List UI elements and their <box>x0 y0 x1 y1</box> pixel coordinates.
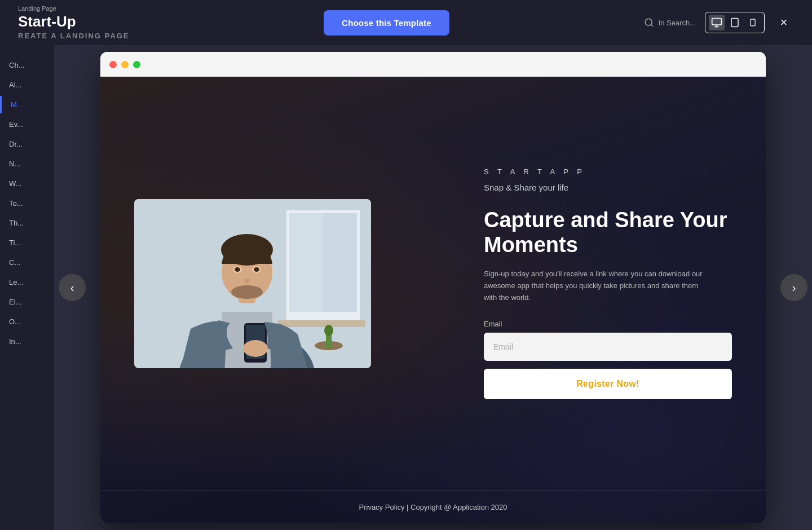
sidebar-item-o[interactable]: O... <box>0 313 54 330</box>
device-icons-group <box>705 12 765 33</box>
tablet-view-button[interactable] <box>727 15 743 30</box>
sidebar-item-dr[interactable]: Dr... <box>0 135 54 153</box>
svg-point-15 <box>324 325 333 336</box>
prev-template-button[interactable]: ‹ <box>59 274 86 301</box>
svg-point-0 <box>645 19 652 25</box>
top-bar-right: In Search... × <box>644 12 794 33</box>
sidebar-item-al[interactable]: Al... <box>0 76 54 94</box>
svg-rect-2 <box>712 19 722 25</box>
choose-template-button[interactable]: Choose this Template <box>324 10 449 36</box>
sidebar-item-ch[interactable]: Ch... <box>0 56 54 74</box>
footer-text: Privacy Policy | Copyright @ Application… <box>359 503 508 511</box>
sidebar-item-le[interactable]: Le... <box>0 273 54 291</box>
sidebar-item-el[interactable]: El... <box>0 293 54 311</box>
headline-line2: Moments <box>484 233 578 257</box>
sidebar-item-c[interactable]: C... <box>0 254 54 271</box>
svg-point-29 <box>243 340 268 357</box>
app-headline: Capture and Share Your Moments <box>484 208 732 257</box>
top-bar-title: Start-Up <box>18 13 129 30</box>
svg-rect-12 <box>278 320 365 327</box>
close-button[interactable]: × <box>774 12 794 33</box>
email-input[interactable] <box>484 333 732 361</box>
svg-point-24 <box>235 267 240 272</box>
mobile-view-button[interactable] <box>745 15 761 30</box>
app-tagline: Snap & Share your life <box>484 183 732 192</box>
email-label: Email <box>484 320 732 328</box>
sidebar-item-in[interactable]: In... <box>0 333 54 350</box>
top-bar-left: Landing Page Start-Up REATE A LANDING PA… <box>18 5 129 40</box>
sidebar-item-w[interactable]: W... <box>0 175 54 192</box>
svg-point-21 <box>231 285 263 299</box>
person-svg <box>134 199 371 368</box>
sidebar-item-m[interactable]: M... <box>0 96 54 113</box>
app-subtitle: S T A R T A P P <box>484 167 732 176</box>
landing-main-section: S T A R T A P P Snap & Share your life C… <box>100 77 766 490</box>
close-dot <box>109 61 117 68</box>
register-button[interactable]: Register Now! <box>484 369 732 399</box>
chevron-right-icon: › <box>792 281 796 294</box>
desktop-view-button[interactable] <box>709 15 725 30</box>
svg-rect-30 <box>289 213 323 312</box>
svg-line-1 <box>651 24 652 26</box>
top-bar: Landing Page Start-Up REATE A LANDING PA… <box>0 0 812 45</box>
svg-point-26 <box>244 279 250 283</box>
chevron-left-icon: ‹ <box>70 281 74 294</box>
sidebar-item-to[interactable]: To... <box>0 195 54 212</box>
svg-point-25 <box>254 267 259 272</box>
minimize-dot <box>121 61 129 68</box>
sidebar-item-n[interactable]: N... <box>0 155 54 173</box>
sidebar: Ch... Al... M... Ev... Dr... N... W... T… <box>0 45 54 530</box>
person-image <box>134 199 371 368</box>
browser-frame: S T A R T A P P Snap & Share your life C… <box>100 52 766 523</box>
search-area: In Search... <box>644 17 696 28</box>
sidebar-item-th[interactable]: Th... <box>0 214 54 232</box>
top-bar-supertitle: Landing Page <box>18 5 129 12</box>
search-icon <box>644 17 654 28</box>
app-description: Sign-up today and you'll receive a link … <box>484 268 709 303</box>
landing-text-side: S T A R T A P P Snap & Share your life C… <box>473 167 732 399</box>
outer-background: Landing Page Start-Up REATE A LANDING PA… <box>0 0 812 530</box>
search-label: In Search... <box>659 19 696 27</box>
maximize-dot <box>133 61 140 68</box>
top-bar-subtitle: REATE A LANDING PAGE <box>18 32 129 40</box>
main-area: Ch... Al... M... Ev... Dr... N... W... T… <box>0 45 812 530</box>
browser-titlebar <box>100 52 766 77</box>
landing-image-side <box>134 199 371 368</box>
sidebar-item-ti[interactable]: Ti... <box>0 234 54 251</box>
modal-window: ‹ <box>54 45 812 530</box>
headline-line1: Capture and Share Your <box>484 208 727 232</box>
landing-footer: Privacy Policy | Copyright @ Application… <box>100 490 766 523</box>
next-template-button[interactable]: › <box>780 274 807 301</box>
sidebar-item-ev[interactable]: Ev... <box>0 116 54 133</box>
landing-page-content: S T A R T A P P Snap & Share your life C… <box>100 77 766 523</box>
